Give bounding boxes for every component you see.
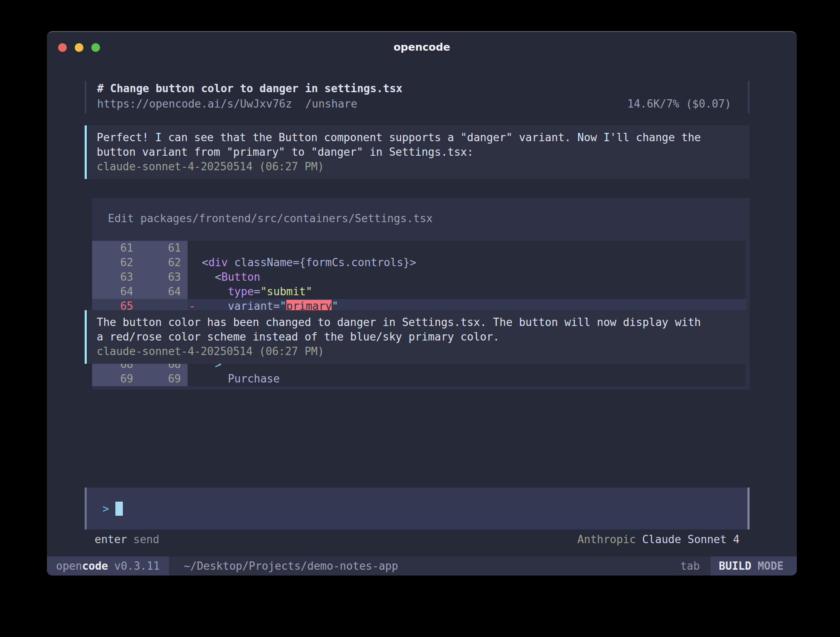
window-titlebar: opencode (47, 32, 797, 59)
old-line-number: 64 (92, 284, 140, 299)
share-url[interactable]: https://opencode.ai/s/UwJxv76z (97, 96, 292, 112)
diff-code-line: Purchase (188, 372, 746, 386)
model-timestamp: claude-sonnet-4-20250514 (06:27 PM) (97, 159, 750, 174)
message-text: The button color has been changed to dan… (97, 315, 707, 344)
context-usage: 14.6K/7% ($0.07) (628, 96, 731, 112)
assistant-message: Perfect! I can see that the Button compo… (85, 125, 750, 179)
prompt-input[interactable]: > (85, 488, 750, 529)
text-cursor (115, 502, 123, 516)
new-line-number: 61 (140, 241, 188, 255)
edit-tool-title: Edit packages/frontend/src/containers/Se… (92, 212, 746, 225)
new-line-number: 62 (140, 255, 188, 270)
old-line-number: 63 (92, 270, 140, 284)
diff-row: 6161 (92, 241, 746, 255)
status-bar: opencodev0.3.11 ~/Desktop/Projects/demo-… (47, 556, 797, 576)
message-text: Perfect! I can see that the Button compo… (97, 130, 707, 159)
mode-chip[interactable]: BUILDMODE (711, 556, 797, 576)
mode-name: BUILD (719, 560, 751, 572)
diff-row: 6969 Purchase (92, 372, 746, 386)
diff-row: 6363 <Button (92, 270, 746, 284)
unshare-command[interactable]: /unshare (305, 96, 357, 112)
hint-row: enter send Anthropic Claude Sonnet 4 (85, 533, 750, 546)
old-line-number: 62 (92, 255, 140, 270)
provider-label: Anthropic (577, 533, 636, 546)
old-line-number: 69 (92, 372, 140, 386)
prompt-symbol: > (103, 502, 109, 515)
app-version: v0.3.11 (114, 560, 160, 572)
tab-key-hint: tab (680, 560, 700, 572)
diff-code-line: <div className={formCs.controls}> (188, 255, 746, 270)
new-line-number: 64 (140, 284, 188, 299)
app-name-code: code (82, 560, 108, 572)
diff-row: 6464 type="submit" (92, 284, 746, 299)
new-line-number: 63 (140, 270, 188, 284)
assistant-message: The button color has been changed to dan… (85, 310, 750, 364)
model-timestamp: claude-sonnet-4-20250514 (06:27 PM) (97, 344, 750, 359)
opencode-window: opencode # Change button color to danger… (47, 31, 797, 576)
enter-action-hint: send (133, 533, 159, 546)
diff-code-line: <Button (188, 270, 746, 284)
old-line-number: 61 (92, 241, 140, 255)
enter-key-hint: enter (95, 533, 127, 546)
diff-code-line (188, 241, 746, 255)
app-version-chip: opencodev0.3.11 (47, 556, 169, 576)
session-header: # Change button color to danger in setti… (85, 81, 750, 113)
diff-row: 6262 <div className={formCs.controls}> (92, 255, 746, 270)
diff-code-line: type="submit" (188, 284, 746, 299)
session-title: # Change button color to danger in setti… (97, 81, 731, 96)
model-label: Claude Sonnet 4 (642, 533, 740, 546)
app-name-open: open (56, 560, 82, 572)
working-directory: ~/Desktop/Projects/demo-notes-app (184, 560, 398, 572)
mode-suffix: MODE (757, 560, 784, 572)
new-line-number: 69 (140, 372, 188, 386)
window-title: opencode (47, 41, 797, 53)
